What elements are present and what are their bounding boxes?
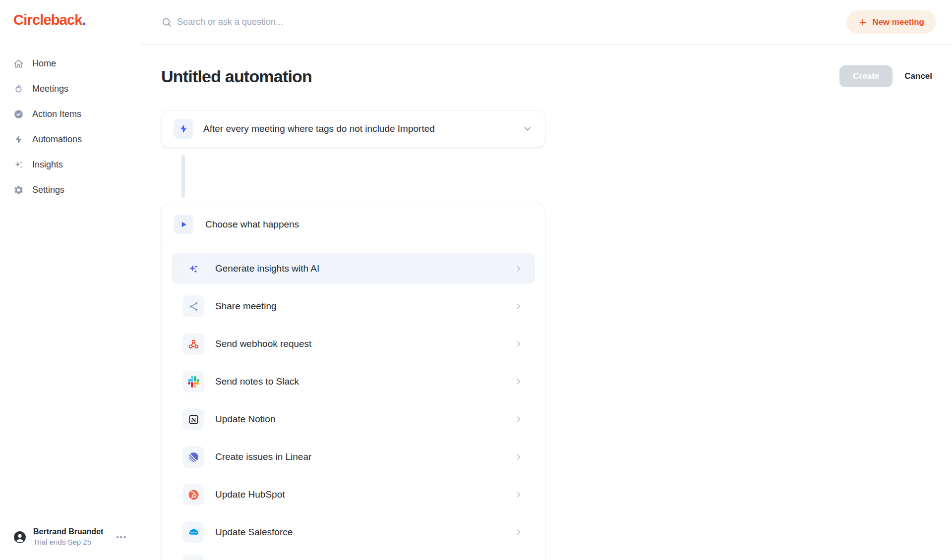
action-label: Update Notion [215, 414, 514, 425]
gear-icon [13, 185, 24, 195]
actions-header-label: Choose what happens [205, 219, 299, 230]
chevron-down-icon [522, 123, 533, 134]
action-row-partial[interactable] [172, 555, 535, 560]
title-row: Untitled automation Create Cancel [161, 65, 952, 87]
user-avatar-icon [13, 531, 26, 544]
action-label: Update HubSpot [215, 489, 514, 500]
trigger-label: After every meeting where tags do not in… [203, 123, 512, 134]
check-circle-icon [13, 109, 24, 119]
new-meeting-button[interactable]: New meeting [846, 10, 936, 34]
flame-icon [13, 84, 24, 94]
salesforce-icon: salesforce [182, 521, 204, 543]
title-actions: Create Cancel [839, 65, 932, 87]
slack-icon [182, 371, 204, 392]
user-account-row: Bertrand Bruandet Trial ends Sep 25 ••• [0, 527, 140, 560]
new-meeting-label: New meeting [872, 17, 924, 27]
action-create-linear-issues[interactable]: Create issues in Linear [172, 442, 535, 472]
sidebar-item-label: Insights [32, 160, 63, 170]
action-send-slack[interactable]: Send notes to Slack [172, 366, 535, 397]
action-generate-insights[interactable]: Generate insights with AI [172, 253, 535, 284]
hubspot-icon [182, 484, 204, 505]
sidebar-item-automations[interactable]: Automations [0, 127, 140, 152]
user-menu-ellipsis-icon[interactable]: ••• [114, 535, 129, 539]
search-input[interactable] [177, 17, 475, 27]
action-label: Send webhook request [215, 338, 514, 349]
brand-logo[interactable]: Circleback. [0, 0, 140, 28]
action-label: Send notes to Slack [215, 376, 514, 387]
main-area: New meeting Untitled automation Create C… [140, 0, 952, 560]
notion-icon: N [182, 408, 204, 430]
app-root: Circleback. Home Meetings Action Items [0, 0, 952, 560]
topbar: New meeting [140, 0, 952, 45]
cancel-button[interactable]: Cancel [904, 71, 932, 81]
brand-name: Circleback [13, 12, 82, 28]
plus-icon [858, 18, 867, 27]
bolt-icon [13, 134, 24, 145]
play-icon [174, 215, 193, 234]
svg-text:salesforce: salesforce [189, 531, 197, 533]
flow-connector-line [181, 155, 185, 198]
linear-icon [182, 446, 204, 468]
webhook-icon [182, 333, 204, 355]
home-icon [13, 58, 24, 69]
sidebar-item-label: Settings [32, 185, 64, 195]
page-title: Untitled automation [161, 67, 312, 86]
action-label: Create issues in Linear [215, 451, 514, 462]
user-name: Bertrand Bruandet [33, 527, 103, 537]
chevron-right-icon [514, 264, 523, 273]
sidebar-item-insights[interactable]: Insights [0, 152, 140, 177]
sidebar-item-action-items[interactable]: Action Items [0, 102, 140, 127]
sidebar-nav: Home Meetings Action Items Automations [0, 51, 140, 203]
user-texts: Bertrand Bruandet Trial ends Sep 25 [33, 527, 103, 547]
chevron-right-icon [514, 302, 523, 311]
lightning-icon [174, 119, 193, 139]
chevron-right-icon [514, 490, 523, 499]
trial-status: Trial ends Sep 25 [33, 538, 103, 547]
action-update-notion[interactable]: N Update Notion [172, 404, 535, 435]
partial-action-icon [182, 555, 204, 560]
chevron-right-icon [514, 415, 523, 424]
sidebar-item-label: Meetings [32, 84, 68, 94]
trigger-card[interactable]: After every meeting where tags do not in… [161, 110, 545, 148]
action-label: Update Salesforce [215, 527, 514, 538]
action-send-webhook[interactable]: Send webhook request [172, 329, 535, 359]
brand-dot: . [82, 12, 86, 28]
sidebar-item-meetings[interactable]: Meetings [0, 76, 140, 102]
chevron-right-icon [514, 377, 523, 386]
sparkles-icon [13, 160, 24, 170]
chevron-right-icon [514, 339, 523, 348]
actions-card-header: Choose what happens [162, 204, 545, 245]
ai-sparkles-icon [182, 258, 204, 280]
create-button[interactable]: Create [839, 65, 892, 87]
svg-text:N: N [191, 416, 196, 423]
share-icon [182, 295, 204, 317]
actions-card: Choose what happens Generate insights wi… [161, 204, 545, 560]
sidebar: Circleback. Home Meetings Action Items [0, 0, 140, 560]
action-share-meeting[interactable]: Share meeting [172, 291, 535, 322]
sidebar-item-label: Action Items [32, 109, 81, 119]
action-update-hubspot[interactable]: Update HubSpot [172, 479, 535, 510]
action-update-salesforce[interactable]: salesforce Update Salesforce [172, 517, 535, 548]
action-list: Generate insights with AI Share meeting [162, 245, 545, 560]
chevron-right-icon [514, 528, 523, 537]
sidebar-item-label: Home [32, 58, 56, 69]
search-icon [161, 17, 172, 28]
sidebar-item-home[interactable]: Home [0, 51, 140, 76]
chevron-right-icon [514, 452, 523, 461]
action-label: Generate insights with AI [215, 263, 514, 274]
sidebar-item-label: Automations [32, 134, 82, 145]
automation-editor: Untitled automation Create Cancel After … [140, 45, 952, 560]
search-bar [161, 17, 846, 28]
sidebar-item-settings[interactable]: Settings [0, 177, 140, 203]
action-label: Share meeting [215, 301, 514, 312]
